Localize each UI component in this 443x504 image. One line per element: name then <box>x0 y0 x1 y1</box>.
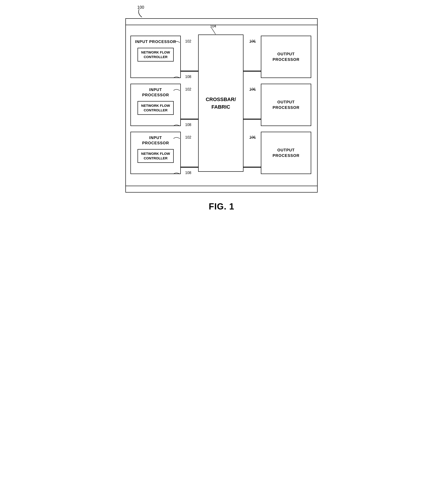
right-connector-1 <box>244 71 261 72</box>
bottom-strip <box>126 186 317 192</box>
ref-102-2-callout <box>173 87 185 93</box>
left-connector-1 <box>181 71 198 72</box>
main-outer-box: 104 CROSSBAR/FABRIC INPUT PROCESSOR NETW… <box>125 18 318 193</box>
crossbar-ref-callout <box>209 28 216 35</box>
input-label-2: INPUTPROCESSOR <box>142 87 169 98</box>
page-container: 100 104 CROSSBAR/FABRIC <box>121 5 322 212</box>
output-label-2: OUTPUTPROCESSOR <box>272 99 300 110</box>
input-label-1: INPUT PROCESSOR <box>135 39 176 45</box>
top-strip <box>126 19 317 25</box>
input-processor-3: INPUTPROCESSOR NETWORK FLOWCONTROLLER 10… <box>130 132 181 174</box>
ref-108-3-callout <box>173 170 185 177</box>
right-connector-3 <box>244 167 261 168</box>
output-label-3: OUTPUTPROCESSOR <box>272 147 300 159</box>
output-processor-2: OUTPUTPROCESSOR 106 <box>261 84 311 126</box>
nfc-box-1: NETWORK FLOWCONTROLLER <box>137 48 174 62</box>
input-processor-2: INPUTPROCESSOR NETWORK FLOWCONTROLLER 10… <box>130 84 181 126</box>
ref-102-1-callout <box>173 38 185 45</box>
output-label-1: OUTPUT PROCESSOR <box>265 52 308 62</box>
left-connector-2 <box>181 119 198 120</box>
row-1: INPUT PROCESSOR NETWORK FLOWCONTROLLER 1… <box>130 36 313 78</box>
output-processor-3: OUTPUTPROCESSOR 106 <box>261 132 311 174</box>
fig-label: FIG. 1 <box>209 202 234 212</box>
row-3: INPUTPROCESSOR NETWORK FLOWCONTROLLER 10… <box>130 132 313 174</box>
diagram-area: 104 CROSSBAR/FABRIC INPUT PROCESSOR NETW… <box>130 29 313 182</box>
output-processor-1: OUTPUT PROCESSOR 106 <box>261 36 311 78</box>
ref-108-1-callout <box>173 74 185 81</box>
ref-102-3-callout <box>173 134 185 141</box>
crossbar-ref-label: 104 <box>210 24 216 28</box>
input-label-3: INPUTPROCESSOR <box>142 135 169 146</box>
nfc-box-3: NETWORK FLOWCONTROLLER <box>137 149 174 163</box>
right-connector-2 <box>244 119 261 120</box>
input-processor-1: INPUT PROCESSOR NETWORK FLOWCONTROLLER 1… <box>130 36 181 78</box>
ref-108-2-callout <box>173 122 185 129</box>
ref-100-callout <box>135 5 149 18</box>
left-connector-3 <box>181 167 198 168</box>
nfc-box-2: NETWORK FLOWCONTROLLER <box>137 101 174 115</box>
ref-100-area: 100 <box>121 5 322 18</box>
row-2: INPUTPROCESSOR NETWORK FLOWCONTROLLER 10… <box>130 84 313 126</box>
